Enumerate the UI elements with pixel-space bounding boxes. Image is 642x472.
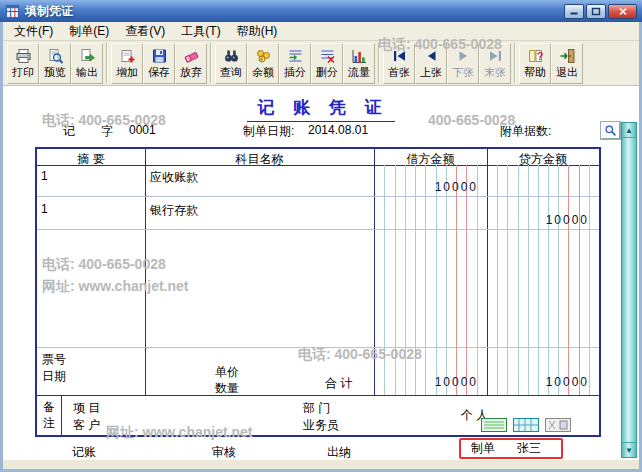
amount-grid-line-red bbox=[456, 165, 457, 395]
remarks-label-divider bbox=[61, 395, 62, 435]
amount-grid-line bbox=[384, 165, 385, 395]
next-icon bbox=[455, 48, 472, 64]
menu-item-help[interactable]: 帮助(H) bbox=[229, 21, 286, 42]
toolbar-separator bbox=[378, 43, 380, 83]
maximize-button[interactable] bbox=[586, 4, 606, 19]
app-window: 填制凭证 文件(F)制单(E)查看(V)工具(T)帮助(H) 打印预览输出增加保… bbox=[0, 0, 642, 472]
row1-summary-cell[interactable]: 1 bbox=[41, 202, 48, 216]
titlebar: 填制凭证 bbox=[0, 0, 642, 22]
scroll-down-icon[interactable]: ▼ bbox=[622, 442, 636, 457]
toolbar: 打印预览输出增加保存放弃查询¥余额插分删分流量首张上张下张末张?帮助退出 bbox=[3, 41, 639, 86]
row0-summary-cell[interactable]: 1 bbox=[41, 169, 48, 183]
scrollbar-thumb[interactable] bbox=[622, 138, 636, 442]
flow-icon bbox=[351, 48, 368, 64]
toolbar-button-help[interactable]: ?帮助 bbox=[519, 43, 551, 84]
amount-grid-line bbox=[436, 165, 437, 395]
department-label: 部 门 bbox=[303, 400, 330, 417]
toolbar-button-label: 增加 bbox=[116, 65, 138, 80]
quantity-label: 数量 bbox=[215, 380, 239, 397]
close-button[interactable] bbox=[608, 4, 637, 19]
toolbar-button-query[interactable]: 查询 bbox=[215, 43, 247, 84]
preparer-label: 制单 bbox=[471, 440, 495, 457]
amount-grid-line bbox=[395, 165, 396, 395]
bookkeeping-label: 记账 bbox=[72, 444, 96, 461]
signature-stamp-icon-2[interactable] bbox=[513, 418, 539, 432]
audit-label: 审核 bbox=[212, 444, 236, 461]
total-credit-amount: 10000 bbox=[487, 375, 589, 389]
amount-grid-line bbox=[497, 165, 498, 395]
total-debit-amount: 10000 bbox=[374, 375, 478, 389]
toolbar-button-label: 预览 bbox=[44, 65, 66, 80]
close-icon bbox=[618, 7, 628, 16]
amount-grid-line bbox=[507, 165, 508, 395]
voucher-word: 记 bbox=[63, 123, 75, 140]
toolbar-button-first[interactable]: 首张 bbox=[383, 43, 415, 84]
menu-item-voucher[interactable]: 制单(E) bbox=[61, 21, 117, 42]
output-icon bbox=[79, 48, 96, 64]
amount-grid-line bbox=[477, 165, 478, 395]
toolbar-button-label: 放弃 bbox=[180, 65, 202, 80]
date-value[interactable]: 2014.08.01 bbox=[308, 123, 368, 137]
svg-text:?: ? bbox=[536, 50, 543, 62]
row0-debit-amount[interactable]: 10000 bbox=[374, 180, 478, 194]
toolbar-button-label: 删分 bbox=[316, 65, 338, 80]
amount-grid-line-red bbox=[579, 165, 580, 395]
toolbar-button-delete-row[interactable]: 删分 bbox=[311, 43, 343, 84]
signature-stamp-icon-3[interactable] bbox=[545, 418, 571, 432]
abandon-icon bbox=[183, 48, 200, 64]
toolbar-button-flow[interactable]: 流量 bbox=[343, 43, 375, 84]
menu-item-file[interactable]: 文件(F) bbox=[6, 21, 61, 42]
date-row-label: 日期 bbox=[42, 368, 66, 385]
toolbar-button-prev[interactable]: 上张 bbox=[415, 43, 447, 84]
toolbar-button-label: 末张 bbox=[484, 65, 506, 80]
insert-row-icon bbox=[287, 48, 304, 64]
voucher-number[interactable]: 0001 bbox=[129, 123, 156, 137]
preparer-highlight-box: 制单 张三 bbox=[459, 438, 563, 459]
amount-grid-line-red bbox=[466, 165, 467, 395]
voucher-table: 摘 要 科目名称 借方金额 贷方金额 1 应收账款 10000 1 银行存款 1… bbox=[35, 147, 601, 437]
query-icon bbox=[223, 48, 240, 64]
minimize-button[interactable] bbox=[564, 4, 584, 19]
attachment-lookup-button[interactable] bbox=[601, 122, 620, 139]
menu-item-view[interactable]: 查看(V) bbox=[117, 21, 173, 42]
signature-stamp-icon-1[interactable] bbox=[481, 418, 507, 432]
app-icon bbox=[5, 4, 20, 19]
remarks-label: 备注 bbox=[43, 399, 57, 431]
toolbar-button-add[interactable]: 增加 bbox=[111, 43, 143, 84]
amount-grid-line bbox=[518, 165, 519, 395]
printer-icon bbox=[15, 48, 32, 64]
scroll-up-icon[interactable]: ▲ bbox=[622, 123, 636, 138]
row1-credit-amount[interactable]: 10000 bbox=[487, 213, 589, 227]
toolbar-button-abandon[interactable]: 放弃 bbox=[175, 43, 207, 84]
customer-label: 客 户 bbox=[73, 417, 100, 434]
row1-account-cell[interactable]: 银行存款 bbox=[150, 202, 198, 219]
amount-grid-line bbox=[425, 165, 426, 395]
toolbar-button-label: 首张 bbox=[388, 65, 410, 80]
toolbar-button-exit[interactable]: 退出 bbox=[551, 43, 583, 84]
vertical-scrollbar[interactable]: ▲ ▼ bbox=[621, 122, 637, 458]
minimize-icon bbox=[569, 7, 579, 16]
toolbar-button-insert-row[interactable]: 插分 bbox=[279, 43, 311, 84]
total-label: 合 计 bbox=[325, 375, 352, 392]
help-icon: ? bbox=[527, 48, 544, 64]
amount-grid-line bbox=[589, 165, 590, 395]
toolbar-button-print[interactable]: 打印 bbox=[7, 43, 39, 84]
svg-text:¥: ¥ bbox=[260, 55, 263, 61]
toolbar-button-label: 下张 bbox=[452, 65, 474, 80]
row0-account-cell[interactable]: 应收账款 bbox=[150, 169, 198, 186]
salesman-label: 业务员 bbox=[303, 417, 339, 434]
amount-grid-line bbox=[415, 165, 416, 395]
toolbar-button-balance[interactable]: ¥余额 bbox=[247, 43, 279, 84]
menu-bar: 文件(F)制单(E)查看(V)工具(T)帮助(H) bbox=[3, 22, 639, 41]
remarks-divider bbox=[37, 395, 599, 396]
digit-grid-debit bbox=[374, 165, 487, 395]
toolbar-button-save[interactable]: 保存 bbox=[143, 43, 175, 84]
toolbar-button-label: 查询 bbox=[220, 65, 242, 80]
toolbar-button-preview[interactable]: 预览 bbox=[39, 43, 71, 84]
window-controls bbox=[564, 4, 637, 19]
toolbar-button-output[interactable]: 输出 bbox=[71, 43, 103, 84]
toolbar-button-label: 保存 bbox=[148, 65, 170, 80]
toolbar-button-last: 末张 bbox=[479, 43, 511, 84]
toolbar-button-label: 打印 bbox=[12, 65, 34, 80]
menu-item-tools[interactable]: 工具(T) bbox=[173, 21, 228, 42]
